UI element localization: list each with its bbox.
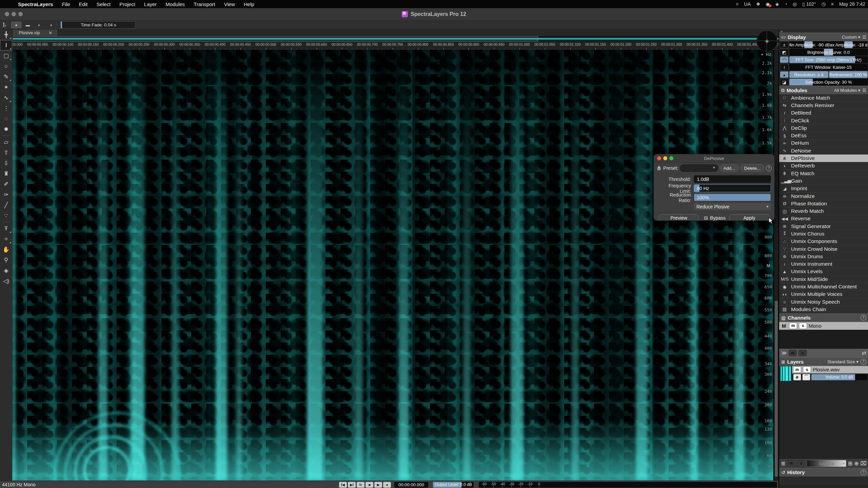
channels-panel-header[interactable]: ▥ Channels ? [779, 313, 868, 322]
layers-panel-header[interactable]: ≣ Layers Standard Size ▾ ? [779, 358, 868, 366]
airbrush-tool[interactable]: ∵ [0, 210, 12, 221]
module-item-unmix-instrument[interactable]: ♪Unmix Instrument [779, 261, 868, 268]
amplify-tool[interactable]: ⇧ [0, 147, 12, 158]
frequency-unit-label[interactable]: ▾ Hz [761, 52, 771, 57]
module-item-gain[interactable]: ▁▃▅Gain [779, 177, 868, 185]
overview-viewport-box[interactable] [12, 36, 538, 41]
history-help-icon[interactable]: ? [861, 469, 866, 475]
dialog-zoom-button[interactable] [669, 156, 673, 160]
scrollbar-thumb[interactable] [775, 301, 778, 477]
output-level-slider[interactable]: Output Level: 0.0 dB [433, 482, 474, 488]
spectrogram-canvas[interactable]: 2.2k2.1k2k1.9k1.8k1.7k1.6k1.5k9008007006… [12, 50, 773, 481]
display-row-icon[interactable]: ≀ [780, 64, 789, 70]
preset-add-button[interactable]: Add... [720, 164, 739, 172]
menu-project[interactable]: Project [115, 1, 140, 7]
ua-diamond-icon[interactable]: ◈ [775, 1, 779, 7]
clock-icon[interactable]: ◷ [822, 1, 826, 7]
module-item-signal-generator[interactable]: ⊛Signal Generator [779, 223, 868, 230]
display-slider[interactable]: Refinement: 100 % [829, 71, 868, 78]
dial-icon[interactable]: ◉ [766, 1, 770, 7]
menu-clock[interactable]: May 28 7:42 [839, 1, 865, 7]
tab-plosive-slp[interactable]: Plosive.slp ✕ [11, 29, 57, 36]
server-icon[interactable]: ≡ [831, 1, 834, 7]
module-item-unmix-drums[interactable]: ⊚Unmix Drums [779, 253, 868, 260]
module-item-unmix-crowd-noise[interactable]: ∵Unmix Crowd Noise [779, 245, 868, 253]
layers-help-icon[interactable]: ? [861, 359, 866, 365]
navigation-ball[interactable]: ◈ [756, 30, 777, 52]
display-slider[interactable]: FFT Size: 2560 smp (58ms/17Hz) [789, 56, 868, 63]
layers-size-select[interactable]: Standard Size ▾ [827, 359, 859, 364]
menu-edit[interactable]: Edit [75, 1, 92, 7]
module-item-normalize[interactable]: ʍNormalize [779, 192, 868, 200]
channels-help-icon[interactable]: ? [861, 315, 866, 321]
channel-solo-button[interactable]: s [799, 323, 807, 329]
heal-tool[interactable]: ✐ [0, 179, 12, 189]
go-to-end-button[interactable]: ▶I [348, 482, 356, 488]
brush-selection-tool[interactable]: ✎ [0, 72, 12, 82]
module-item-deess[interactable]: §DeEss [779, 132, 868, 139]
dotted-area-tool[interactable]: ◌ [0, 114, 12, 124]
menu-layer[interactable]: Layer [140, 1, 161, 7]
input-source[interactable]: UA [744, 1, 750, 7]
time-selection-tool[interactable]: I [0, 40, 12, 50]
layer-mute-button[interactable]: m [793, 366, 801, 373]
fade-mode-button-3[interactable]: ◑ [46, 22, 56, 28]
layers-mute-all-button[interactable]: m [787, 460, 795, 467]
module-item-imprint[interactable]: ◢Imprint [779, 185, 868, 192]
display-slider[interactable]: FFT Window: Kaiser-15 [789, 64, 868, 70]
hand-tool[interactable]: ✋ [0, 244, 12, 255]
time-fade-field[interactable]: Time Fade: 0.04 s [61, 21, 135, 28]
clone-stamp-tool[interactable]: ♜ [0, 168, 12, 179]
panel-collapse-icon[interactable]: » [779, 29, 868, 33]
fade-mode-button-1[interactable]: ▬ [23, 22, 33, 28]
dialog-title-bar[interactable]: DePlosive [654, 154, 774, 163]
menu-app-name[interactable]: SpectraLayers [14, 1, 57, 7]
magic-wand-tool[interactable]: ✶ [0, 82, 12, 93]
go-to-start-button[interactable]: I◀ [339, 482, 347, 488]
apply-button[interactable]: Apply [729, 214, 770, 221]
noise-tool[interactable]: ✹ [0, 124, 12, 135]
user-icon[interactable]: ◎ [793, 1, 797, 7]
playback-tool[interactable]: ◁) [0, 276, 12, 286]
menu-file[interactable]: File [57, 1, 74, 7]
module-item-unmix-levels[interactable]: ▲Unmix Levels [779, 268, 868, 276]
modules-menu-icon[interactable]: ☰ [862, 88, 866, 93]
module-item-unmix-multichannel-content[interactable]: ◉Unmix Multichannel Content [779, 283, 868, 290]
zoom-tool[interactable]: ⚲ [0, 255, 12, 265]
dialog-minimize-button[interactable] [663, 156, 667, 160]
preset-delete-button[interactable]: Delete... [741, 164, 764, 172]
deplosive-dialog[interactable]: DePlosive ⋔ Preset: ▾ Add... Delete... ?… [654, 154, 774, 221]
channel-mute-button[interactable]: m [789, 323, 797, 329]
module-item-denoise[interactable]: ∿DeNoise [779, 147, 868, 155]
transform-tool[interactable]: ╋ [0, 29, 12, 40]
current-tool-indicator[interactable]: I▾ [3, 22, 6, 28]
time-ruler[interactable]: 00:00:00.00000:00:00.05000:00:00.10000:0… [12, 41, 778, 50]
display-slider[interactable]: Selection Opacity: 30 % [789, 79, 868, 85]
preset-select[interactable]: ▾ [680, 164, 718, 172]
fade-mode-button-2[interactable]: ◐ [34, 22, 44, 28]
module-item-declick[interactable]: ⋮DeClick [779, 117, 868, 124]
delete-layer-icon[interactable]: ⌧ [861, 460, 867, 467]
new-layer-icon[interactable]: ⊕ [854, 460, 859, 467]
layer-thumbnail[interactable] [780, 366, 791, 381]
display-panel-header[interactable]: ▭ Display Custom ▾ ☰ [779, 33, 868, 41]
knife-tool[interactable]: ╱ [0, 200, 12, 210]
attenuate-tool[interactable]: ⇩ [0, 158, 12, 168]
layers-merge-icon[interactable]: ≣ [781, 460, 785, 467]
master-channel-row[interactable]: ≫ m s ⇄ [779, 349, 868, 358]
module-item-dereverb[interactable]: ◖DeReverb [779, 162, 868, 170]
colormap-select[interactable]: Laguna▾ [807, 460, 846, 467]
master-mute-button[interactable]: m [789, 350, 797, 356]
mode-select[interactable]: Reduce Plosive▾ [694, 203, 771, 210]
dialog-field-reduction-ratio-[interactable]: 100% [694, 194, 771, 201]
layer-volume-slider[interactable]: Volume: 0.0 dB [811, 374, 867, 380]
record-button[interactable]: ● [383, 482, 391, 488]
picker-tool[interactable]: ✧ [0, 234, 12, 244]
module-item-unmix-mid-side[interactable]: M/SUnmix Mid/Side [779, 276, 868, 283]
arc-icon[interactable]: ◔ [784, 1, 787, 7]
dropbox-icon[interactable]: ❖ [756, 1, 761, 7]
menu-help[interactable]: Help [239, 1, 259, 7]
harmonics-selection-tool[interactable]: ⋮ [0, 103, 12, 114]
module-item-reverb-match[interactable]: (|)Reverb Match [779, 207, 868, 215]
display-row-icon[interactable]: ◪ [780, 79, 789, 85]
